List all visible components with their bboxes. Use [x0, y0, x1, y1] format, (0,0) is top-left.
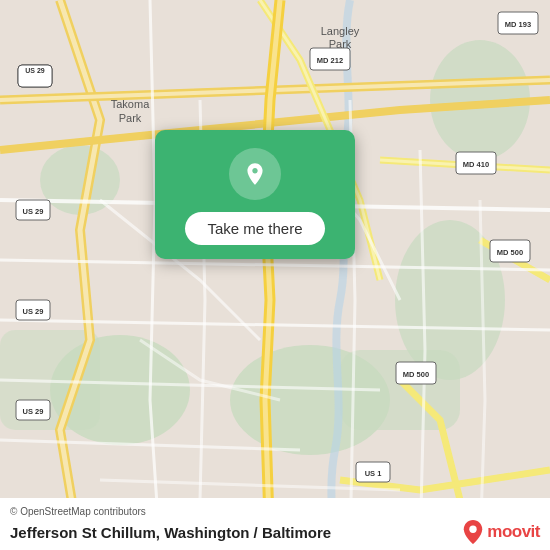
svg-text:US 29: US 29	[23, 307, 44, 316]
location-card: Take me there	[155, 130, 355, 259]
svg-text:Takoma: Takoma	[111, 98, 150, 110]
svg-text:MD 193: MD 193	[505, 20, 531, 29]
svg-text:MD 212: MD 212	[317, 56, 343, 65]
svg-text:Park: Park	[329, 38, 352, 50]
moovit-logo: moovit	[463, 520, 540, 544]
svg-text:MD 500: MD 500	[497, 248, 523, 257]
svg-text:US 29: US 29	[23, 407, 44, 416]
svg-text:Langley: Langley	[321, 25, 360, 37]
svg-text:US 29: US 29	[23, 207, 44, 216]
moovit-brand-text: moovit	[487, 522, 540, 542]
take-me-there-button[interactable]: Take me there	[185, 212, 324, 245]
svg-point-34	[470, 526, 477, 533]
moovit-pin-icon	[463, 520, 483, 544]
svg-text:US 29: US 29	[25, 67, 45, 74]
location-name: Jefferson St Chillum, Washington / Balti…	[10, 524, 331, 541]
location-info: Jefferson St Chillum, Washington / Balti…	[10, 520, 540, 544]
pin-icon-container	[229, 148, 281, 200]
map-svg: US 29 US 29 US 29 US 29 US 29 MD 212 MD …	[0, 0, 550, 550]
svg-text:MD 410: MD 410	[463, 160, 489, 169]
bottom-bar: © OpenStreetMap contributors Jefferson S…	[0, 498, 550, 550]
map-container: US 29 US 29 US 29 US 29 US 29 MD 212 MD …	[0, 0, 550, 550]
svg-text:Park: Park	[119, 112, 142, 124]
map-attribution: © OpenStreetMap contributors	[10, 506, 540, 517]
svg-text:US 1: US 1	[365, 469, 382, 478]
svg-text:MD 500: MD 500	[403, 370, 429, 379]
location-pin-icon	[242, 161, 268, 187]
